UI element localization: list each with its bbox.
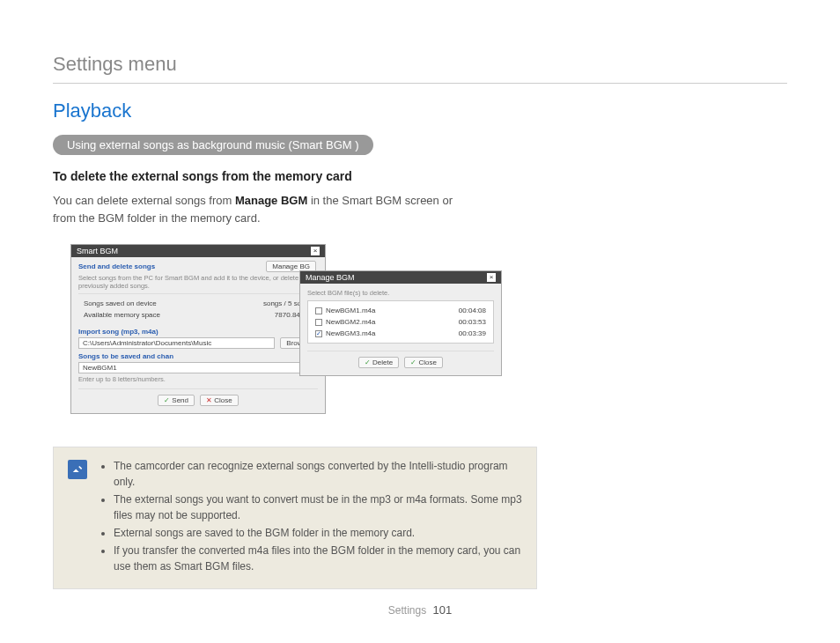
dialog1-title: Smart BGM <box>77 247 118 255</box>
note-box: The camcorder can recognize external son… <box>53 447 537 589</box>
note-item: External songs are saved to the BGM fold… <box>114 525 522 541</box>
body-prefix: You can delete external songs from <box>53 194 235 207</box>
note-item: The camcorder can recognize external son… <box>114 458 522 490</box>
checkbox-icon[interactable] <box>315 307 322 314</box>
dialog2-title: Manage BGM <box>306 273 355 282</box>
page-title: Settings menu <box>53 53 787 84</box>
section-title: Playback <box>53 100 787 122</box>
name-hint: Enter up to 8 letters/numbers. <box>78 375 318 383</box>
bgm-file-row[interactable]: NewBGM1.m4a 00:04:08 <box>312 305 490 316</box>
file-duration: 00:03:53 <box>459 318 486 326</box>
dialog2-desc: Select BGM file(s) to delete. <box>307 289 494 297</box>
dialog1-desc: Select songs from the PC for Smart BGM a… <box>78 274 318 290</box>
body-bold: Manage BGM <box>235 194 307 207</box>
file-duration: 00:04:08 <box>459 307 486 314</box>
note-item: The external songs you want to convert m… <box>114 491 522 523</box>
close-button[interactable]: ✓Close <box>404 357 442 368</box>
bgm-file-row[interactable]: NewBGM3.m4a 00:03:39 <box>312 328 490 339</box>
file-name: NewBGM2.m4a <box>326 318 375 326</box>
send-button[interactable]: ✓Send <box>158 395 195 406</box>
topic-pill: Using external songs as background music… <box>53 135 373 155</box>
name-input[interactable]: NewBGM1 <box>78 362 318 373</box>
sub-heading: To delete the external songs from the me… <box>53 169 787 183</box>
smart-bgm-dialog: Smart BGM × Send and delete songs Manage… <box>70 244 326 414</box>
file-name: NewBGM1.m4a <box>326 307 375 314</box>
manage-bgm-dialog: Manage BGM × Select BGM file(s) to delet… <box>299 270 502 376</box>
body-paragraph: You can delete external songs from Manag… <box>53 192 475 226</box>
delete-button[interactable]: ✓Delete <box>358 357 399 368</box>
close-icon[interactable]: × <box>487 273 496 282</box>
page-footer: Settings 101 <box>0 603 840 617</box>
save-label: Songs to be saved and chan <box>78 352 318 360</box>
note-item: If you transfer the converted m4a files … <box>114 543 522 574</box>
footer-label: Settings <box>388 604 426 617</box>
path-input[interactable]: C:\Users\Administrator\Documents\Music <box>78 337 275 349</box>
screenshot-group: Smart BGM × Send and delete songs Manage… <box>70 244 546 420</box>
checkbox-icon[interactable] <box>315 330 322 337</box>
file-duration: 00:03:39 <box>459 329 486 337</box>
file-name: NewBGM3.m4a <box>326 329 375 337</box>
bgm-file-row[interactable]: NewBGM2.m4a 00:03:53 <box>312 316 490 328</box>
send-delete-label: Send and delete songs <box>78 262 155 270</box>
note-icon <box>68 460 87 479</box>
checkbox-icon[interactable] <box>315 319 322 326</box>
import-label: Import song (mp3, m4a) <box>78 328 318 336</box>
page-number: 101 <box>433 603 453 617</box>
saved-songs-label: Songs saved on device <box>84 299 157 307</box>
close-button[interactable]: ✕Close <box>200 395 238 406</box>
memory-label: Available memory space <box>84 311 160 319</box>
close-icon[interactable]: × <box>311 247 320 255</box>
